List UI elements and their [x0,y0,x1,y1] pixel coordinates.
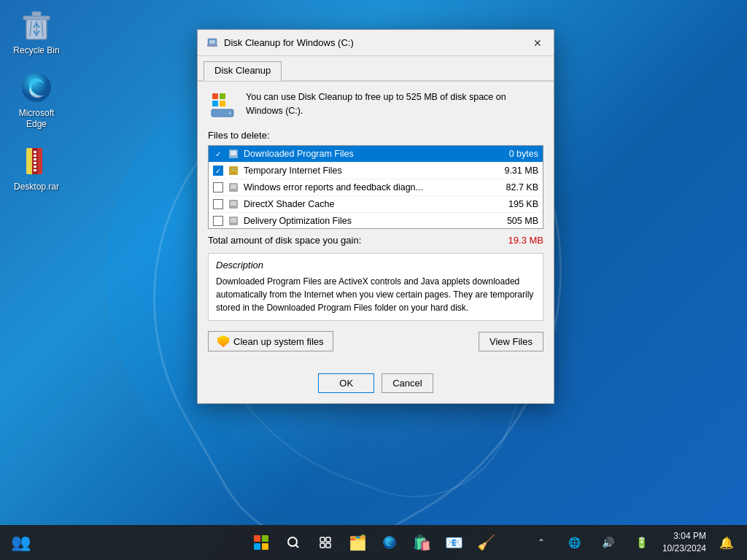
svg-point-24 [228,112,231,114]
checkbox-windows-error-reports[interactable] [213,182,223,192]
dialog-close-button[interactable]: ✕ [530,36,545,50]
dialog-tabs: Disk Cleanup [198,56,554,82]
file-item-directx-shader-cache[interactable]: DirectX Shader Cache 195 KB [209,196,543,213]
total-label: Total amount of disk space you gain: [208,235,361,246]
file-name-error-reports: Windows error reports and feedback diagn… [244,182,490,192]
description-text: Downloaded Program Files are ActiveX con… [216,275,535,314]
desktop-rar-image [19,144,54,179]
file-explorer-button[interactable]: 🗂️ [343,528,372,557]
taskbar-people-icon[interactable]: 👥 [6,528,35,557]
total-row: Total amount of disk space you gain: 19.… [208,235,543,246]
info-row: You can use Disk Cleanup to free up to 5… [208,90,543,120]
file-icon-delivery [228,215,239,227]
svg-rect-12 [34,158,36,160]
chevron-up-button[interactable]: ⌃ [527,528,556,557]
start-button[interactable] [247,528,276,557]
microsoft-store-button[interactable]: 🛍️ [407,528,436,557]
view-files-button[interactable]: View Files [479,332,543,351]
volume-icon[interactable]: 🔊 [594,528,623,557]
win-logo-green [262,535,268,542]
taskbar-time-date[interactable]: 3:04 PM 10/23/2024 [662,530,706,555]
win-logo-red [254,535,260,542]
battery-icon[interactable]: 🔋 [627,528,657,557]
dialog-footer: OK Cancel [198,369,554,403]
svg-rect-18 [209,40,215,44]
svg-rect-11 [34,155,36,157]
svg-rect-20 [220,93,225,99]
win-logo-yellow [262,543,268,550]
task-view-icon [319,536,332,549]
task-view-button[interactable] [311,528,340,557]
search-button[interactable] [279,528,308,557]
taskbar-edge-icon [382,535,397,550]
file-size-error-reports: 82.7 KB [495,182,538,192]
search-icon [287,536,300,549]
file-name-temporary: Temporary Internet Files [244,166,490,176]
drive-icon [208,90,237,120]
svg-rect-38 [326,537,330,542]
svg-rect-30 [231,184,236,189]
recycle-bin-image [19,7,54,42]
checkbox-temporary-internet-files[interactable] [213,166,223,176]
shield-icon [217,335,229,347]
checkbox-downloaded-program-files[interactable] [213,149,223,159]
checkbox-directx-shader-cache[interactable] [213,199,223,209]
info-text: You can use Disk Cleanup to free up to 5… [246,90,543,118]
svg-rect-13 [34,162,36,164]
file-list[interactable]: Downloaded Program Files 0 bytes 🔒 Tempo… [208,145,543,229]
disk-cleanup-dialog: Disk Cleanup for Windows (C:) ✕ Disk Cle… [197,29,554,404]
dialog-title-left: Disk Cleanup for Windows (C:) [206,37,354,49]
ok-button[interactable]: OK [318,373,374,393]
svg-rect-21 [212,101,218,106]
desktop-rar-icon[interactable]: Desktop.rar [7,144,66,192]
taskbar-date: 10/23/2024 [662,542,706,555]
svg-rect-34 [231,218,236,222]
file-size-directx: 195 KB [495,199,538,209]
windows-logo [254,535,268,550]
tab-disk-cleanup[interactable]: Disk Cleanup [204,61,282,81]
svg-rect-26 [231,151,236,155]
svg-rect-39 [320,543,325,548]
edge-label: Microsoft Edge [7,108,66,129]
recycle-bin-icon[interactable]: Recycle Bin [7,7,66,55]
svg-line-36 [296,545,299,548]
file-item-delivery-optimization[interactable]: Delivery Optimization Files 505 MB [209,213,543,229]
file-item-downloaded-program-files[interactable]: Downloaded Program Files 0 bytes [209,146,543,163]
file-icon-downloaded [228,148,239,160]
file-name-delivery: Delivery Optimization Files [244,216,490,226]
file-icon-directx [228,198,239,210]
svg-rect-19 [212,93,218,99]
dialog-content: You can use Disk Cleanup to free up to 5… [198,82,554,369]
file-item-temporary-internet-files[interactable]: 🔒 Temporary Internet Files 9.31 MB [209,163,543,179]
file-size-temporary: 9.31 MB [495,166,538,176]
svg-rect-14 [34,166,36,168]
svg-point-41 [383,536,396,549]
cleanup-btn-label: Clean up system files [233,336,324,347]
disk-cleanup-taskbar-button[interactable]: 🧹 [471,528,500,557]
dialog-title-icon [206,37,218,49]
svg-rect-10 [34,151,36,153]
file-name-directx: DirectX Shader Cache [244,199,490,209]
desktop-icons: Recycle Bin Microsof [7,7,66,192]
buttons-row: Clean up system files View Files [208,331,543,351]
cleanup-system-files-button[interactable]: Clean up system files [208,331,333,351]
file-name-downloaded: Downloaded Program Files [244,149,490,159]
outlook-button[interactable]: 📧 [439,528,468,557]
file-size-downloaded: 0 bytes [495,149,538,159]
svg-text:🔒: 🔒 [231,168,237,174]
file-icon-error-reports [228,182,239,193]
taskbar-edge-button[interactable] [375,528,404,557]
checkbox-delivery-optimization[interactable] [213,216,223,226]
description-title: Description [216,260,535,271]
description-section: Description Downloaded Program Files are… [208,253,543,321]
edge-icon[interactable]: Microsoft Edge [7,70,66,129]
desktop-rar-label: Desktop.rar [14,182,59,192]
total-value: 19.3 MB [508,235,543,246]
file-item-windows-error-reports[interactable]: Windows error reports and feedback diagn… [209,179,543,196]
system-tray: ⌃ 🌐 🔊 🔋 [527,528,657,557]
network-icon[interactable]: 🌐 [560,528,589,557]
files-to-delete-label: Files to delete: [208,130,543,141]
dialog-title-text: Disk Cleanup for Windows (C:) [224,37,354,48]
notification-bell-button[interactable]: 🔔 [712,528,741,557]
cancel-button[interactable]: Cancel [382,373,433,393]
